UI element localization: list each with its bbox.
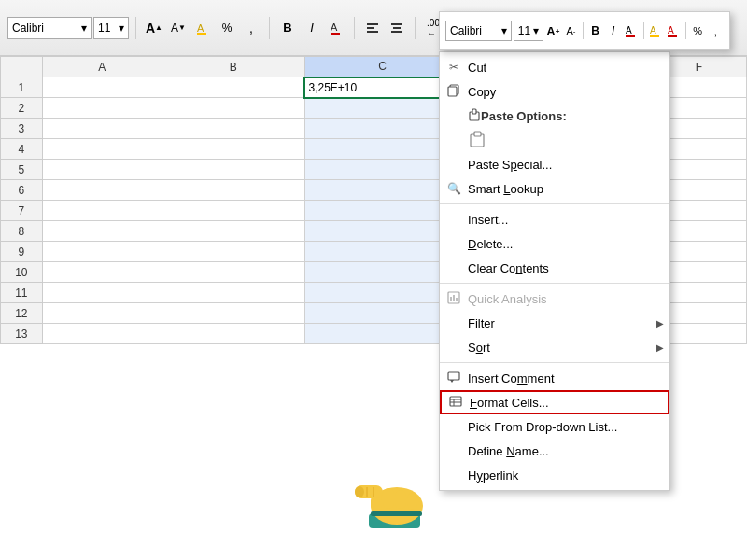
svg-rect-16 bbox=[668, 35, 677, 37]
svg-rect-14 bbox=[650, 35, 659, 37]
mini-percent-btn[interactable]: % bbox=[690, 21, 706, 40]
row-header-1[interactable]: 1 bbox=[1, 77, 43, 98]
svg-rect-12 bbox=[626, 35, 635, 37]
mini-font-name[interactable]: Calibri ▾ bbox=[445, 21, 512, 41]
toolbar-divider-1 bbox=[135, 17, 136, 39]
svg-rect-3 bbox=[331, 33, 340, 35]
menu-paste-options-header: Paste Options: bbox=[440, 104, 669, 128]
menu-item-format-cells[interactable]: Format Cells... bbox=[440, 390, 669, 414]
menu-separator-3 bbox=[440, 362, 669, 363]
menu-item-cut[interactable]: ✂ Cut bbox=[440, 55, 669, 79]
bold-btn[interactable]: B bbox=[276, 17, 299, 39]
menu-item-insert-comment[interactable]: Insert Comment bbox=[440, 366, 669, 390]
menu-item-define-name[interactable]: Define Name... bbox=[440, 439, 669, 463]
svg-rect-9 bbox=[391, 31, 402, 33]
mini-divider-1 bbox=[583, 22, 584, 39]
svg-rect-5 bbox=[367, 27, 374, 29]
mini-size-arrow-icon: ▾ bbox=[533, 24, 539, 37]
mini-highlight-btn[interactable]: A bbox=[647, 21, 663, 40]
svg-rect-43 bbox=[371, 511, 422, 516]
menu-item-filter[interactable]: Filter ▶ bbox=[440, 311, 669, 335]
corner-header bbox=[1, 57, 43, 77]
row-header-5[interactable]: 5 bbox=[1, 160, 43, 180]
mini-decrease-font-btn[interactable]: A- bbox=[563, 21, 579, 40]
mini-font-size[interactable]: 11 ▾ bbox=[514, 21, 543, 41]
mini-underline-color-btn[interactable]: A bbox=[623, 21, 639, 40]
row-header-3[interactable]: 3 bbox=[1, 119, 43, 139]
svg-rect-6 bbox=[367, 31, 378, 33]
smart-lookup-icon: 🔍 bbox=[445, 182, 462, 195]
svg-rect-29 bbox=[450, 397, 461, 406]
align-center-icon bbox=[390, 21, 403, 35]
menu-separator-1 bbox=[440, 203, 669, 204]
mini-italic-btn[interactable]: I bbox=[605, 21, 621, 40]
dropdown-arrow-icon: ▾ bbox=[81, 21, 87, 35]
cell-a2[interactable] bbox=[42, 98, 162, 119]
menu-item-insert[interactable]: Insert... bbox=[440, 207, 669, 231]
cell-a1[interactable] bbox=[42, 77, 162, 98]
align-left-btn[interactable] bbox=[361, 17, 384, 39]
row-header-6[interactable]: 6 bbox=[1, 180, 43, 201]
row-header-13[interactable]: 13 bbox=[1, 324, 43, 344]
mini-increase-font-btn[interactable]: A+ bbox=[545, 21, 561, 40]
col-header-b[interactable]: B bbox=[162, 57, 304, 77]
comment-icon bbox=[445, 371, 462, 386]
menu-item-delete[interactable]: Delete... bbox=[440, 231, 669, 256]
svg-text:A: A bbox=[668, 25, 674, 35]
underline-color-btn[interactable]: A bbox=[325, 17, 347, 39]
row-header-9[interactable]: 9 bbox=[1, 242, 43, 262]
row-header-12[interactable]: 12 bbox=[1, 303, 43, 324]
copy-icon bbox=[445, 84, 462, 100]
comma-btn[interactable]: , bbox=[240, 17, 262, 39]
menu-item-smart-lookup[interactable]: 🔍 Smart Lookup bbox=[440, 176, 669, 201]
menu-item-paste-special[interactable]: Paste Special... bbox=[440, 152, 669, 176]
font-name-dropdown[interactable]: Calibri ▾ bbox=[7, 17, 92, 39]
paste-header-icon bbox=[468, 108, 481, 124]
cell-b2[interactable] bbox=[162, 98, 304, 119]
row-header-7[interactable]: 7 bbox=[1, 201, 43, 221]
row-header-2[interactable]: 2 bbox=[1, 98, 43, 119]
hand-cursor bbox=[350, 457, 444, 532]
row-header-4[interactable]: 4 bbox=[1, 139, 43, 160]
mini-bold-btn[interactable]: B bbox=[587, 21, 603, 40]
paste-clipboard-icon bbox=[468, 129, 488, 152]
cell-b1[interactable] bbox=[162, 77, 304, 98]
align-center-btn[interactable] bbox=[386, 17, 408, 39]
row-header-10[interactable]: 10 bbox=[1, 262, 43, 283]
mini-highlight-icon: A bbox=[649, 24, 662, 37]
highlight-color-btn[interactable]: A bbox=[191, 17, 214, 39]
mini-toolbar: Calibri ▾ 11 ▾ A+ A- B I A A A % , bbox=[439, 11, 730, 50]
increase-font-btn[interactable]: A▲ bbox=[143, 17, 165, 39]
align-section bbox=[361, 17, 408, 39]
menu-item-hyperlink[interactable]: Hyperlink bbox=[440, 463, 669, 487]
mini-font-color-icon: A bbox=[667, 24, 680, 37]
col-header-c[interactable]: C bbox=[304, 57, 459, 77]
decrease-font-btn[interactable]: A▼ bbox=[167, 17, 190, 39]
percent-btn[interactable]: % bbox=[216, 17, 238, 39]
menu-item-clear-contents[interactable]: Clear Contents bbox=[440, 256, 669, 280]
cell-c2[interactable] bbox=[304, 98, 459, 119]
row-header-8[interactable]: 8 bbox=[1, 221, 43, 242]
svg-rect-37 bbox=[395, 490, 406, 509]
svg-rect-36 bbox=[383, 488, 394, 509]
row-header-11[interactable]: 11 bbox=[1, 283, 43, 303]
menu-item-pick-dropdown[interactable]: Pick From Drop-down List... bbox=[440, 414, 669, 439]
filter-arrow-icon: ▶ bbox=[656, 318, 664, 329]
menu-item-sort[interactable]: Sort ▶ bbox=[440, 335, 669, 359]
toolbar-divider-3 bbox=[354, 17, 355, 39]
cell-c1[interactable]: 3,25E+10 bbox=[304, 77, 459, 98]
mini-comma-btn[interactable]: , bbox=[708, 21, 724, 40]
font-size-dropdown[interactable]: 11 ▾ bbox=[93, 17, 129, 39]
mini-underline-icon: A bbox=[625, 24, 638, 37]
svg-text:A: A bbox=[626, 25, 632, 35]
toolbar-divider-4 bbox=[415, 17, 416, 39]
quick-analysis-icon bbox=[445, 291, 462, 307]
svg-rect-27 bbox=[448, 372, 459, 380]
svg-rect-1 bbox=[197, 33, 206, 35]
menu-item-copy[interactable]: Copy bbox=[440, 79, 669, 104]
mini-font-color-btn[interactable]: A bbox=[666, 21, 682, 40]
italic-btn[interactable]: I bbox=[301, 17, 323, 39]
pointing-hand-icon bbox=[350, 457, 444, 532]
menu-item-paste-icon[interactable] bbox=[440, 128, 669, 152]
col-header-a[interactable]: A bbox=[42, 57, 162, 77]
